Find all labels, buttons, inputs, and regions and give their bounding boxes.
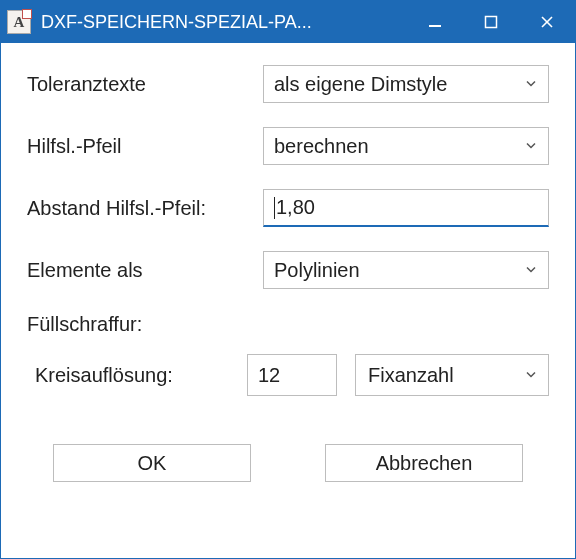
dialog-window: A DXF-SPEICHERN-SPEZIAL-PA... Toleranzte…: [0, 0, 576, 559]
text-caret: [274, 197, 275, 219]
label-abstand: Abstand Hilfsl.-Pfeil:: [27, 197, 263, 220]
input-kreis-value[interactable]: 12: [247, 354, 337, 396]
window-controls: [407, 1, 575, 43]
titlebar[interactable]: A DXF-SPEICHERN-SPEZIAL-PA...: [1, 1, 575, 43]
cancel-button[interactable]: Abbrechen: [325, 444, 523, 482]
label-kreis: Kreisauflösung:: [27, 364, 247, 387]
ok-button-label: OK: [138, 452, 167, 475]
app-icon-letter: A: [14, 14, 25, 31]
input-abstand-value: 1,80: [276, 196, 315, 219]
combo-toleranztexte-value: als eigene Dimstyle: [274, 73, 447, 96]
maximize-button[interactable]: [463, 1, 519, 43]
combo-hilfsl-pfeil[interactable]: berechnen: [263, 127, 549, 165]
row-abstand: Abstand Hilfsl.-Pfeil: 1,80: [27, 189, 549, 227]
chevron-down-icon: [524, 364, 538, 387]
label-toleranztexte: Toleranztexte: [27, 73, 263, 96]
combo-elemente-value: Polylinien: [274, 259, 360, 282]
label-hilfsl-pfeil: Hilfsl.-Pfeil: [27, 135, 263, 158]
svg-rect-0: [429, 25, 441, 27]
row-toleranztexte: Toleranztexte als eigene Dimstyle: [27, 65, 549, 103]
close-button[interactable]: [519, 1, 575, 43]
row-kreisaufloesung: Kreisauflösung: 12 Fixanzahl: [27, 354, 549, 396]
combo-toleranztexte[interactable]: als eigene Dimstyle: [263, 65, 549, 103]
button-row: OK Abbrechen: [27, 444, 549, 482]
close-icon: [540, 15, 554, 29]
combo-elemente[interactable]: Polylinien: [263, 251, 549, 289]
ok-button[interactable]: OK: [53, 444, 251, 482]
label-fuellschraffur: Füllschraffur:: [27, 313, 549, 336]
row-hilfsl-pfeil: Hilfsl.-Pfeil berechnen: [27, 127, 549, 165]
client-area: Toleranztexte als eigene Dimstyle Hilfsl…: [1, 43, 575, 500]
window-title: DXF-SPEICHERN-SPEZIAL-PA...: [41, 12, 407, 33]
combo-kreis-mode[interactable]: Fixanzahl: [355, 354, 549, 396]
input-kreis-value-text: 12: [258, 364, 280, 387]
cancel-button-label: Abbrechen: [376, 452, 473, 475]
chevron-down-icon: [524, 73, 538, 96]
row-elemente: Elemente als Polylinien: [27, 251, 549, 289]
minimize-icon: [428, 15, 442, 29]
input-abstand[interactable]: 1,80: [263, 189, 549, 227]
chevron-down-icon: [524, 135, 538, 158]
label-elemente: Elemente als: [27, 259, 263, 282]
svg-rect-1: [486, 17, 497, 28]
minimize-button[interactable]: [407, 1, 463, 43]
maximize-icon: [484, 15, 498, 29]
chevron-down-icon: [524, 259, 538, 282]
combo-kreis-mode-value: Fixanzahl: [368, 364, 454, 387]
combo-hilfsl-pfeil-value: berechnen: [274, 135, 369, 158]
app-icon: A: [7, 10, 31, 34]
